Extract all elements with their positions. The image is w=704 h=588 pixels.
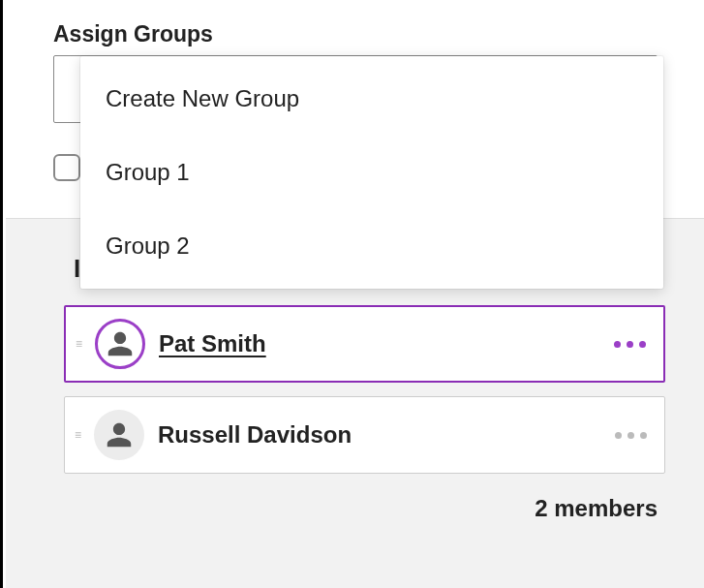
member-name: Russell Davidson <box>158 421 615 449</box>
person-icon <box>105 420 134 449</box>
group-dropdown: Create New Group Group 1 Group 2 <box>80 56 663 289</box>
drag-handle-icon[interactable]: ≡ <box>76 342 91 346</box>
drag-handle-icon[interactable]: ≡ <box>75 433 90 437</box>
dropdown-item-group-2[interactable]: Group 2 <box>80 209 663 283</box>
more-menu-icon[interactable] <box>614 341 646 348</box>
checkbox[interactable] <box>53 154 80 181</box>
member-name[interactable]: Pat Smith <box>159 330 614 357</box>
avatar <box>95 319 145 369</box>
member-row[interactable]: ≡ Pat Smith <box>64 305 665 383</box>
member-count: 2 members <box>64 495 665 522</box>
more-menu-icon[interactable] <box>615 432 647 439</box>
person-icon <box>106 329 135 358</box>
dropdown-item-create-new-group[interactable]: Create New Group <box>80 62 663 136</box>
avatar <box>94 410 144 460</box>
member-row[interactable]: ≡ Russell Davidson <box>64 396 665 474</box>
dropdown-item-group-1[interactable]: Group 1 <box>80 136 663 209</box>
assign-groups-label: Assign Groups <box>53 21 658 47</box>
